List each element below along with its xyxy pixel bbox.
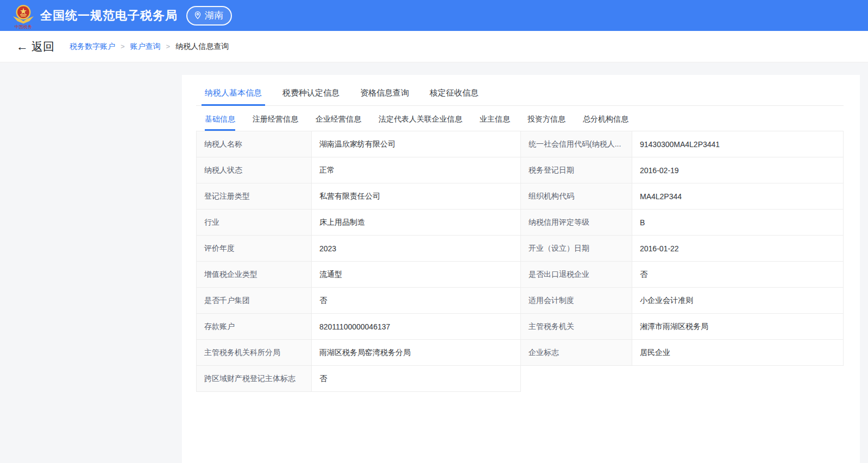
- table-row: 行业床上用品制造纳税信用评定等级B: [196, 210, 844, 236]
- row-value: 床上用品制造: [312, 210, 521, 235]
- table-row: 增值税企业类型流通型是否出口退税企业否: [196, 262, 844, 288]
- row-label: 行业: [197, 210, 312, 235]
- row-label: 纳税人名称: [197, 131, 312, 157]
- row-label: 登记注册类型: [197, 183, 312, 209]
- row-label: 评价年度: [197, 236, 312, 261]
- table-row: 纳税人名称湖南温欣家纺有限公司统一社会信用代码(纳税人...91430300MA…: [196, 131, 844, 157]
- location-pin-icon: [193, 11, 202, 20]
- primary-tab-2[interactable]: 资格信息查询: [360, 88, 409, 105]
- table-row: 存款账户82011100000046137主管税务机关湘潭市雨湖区税务局: [196, 314, 844, 340]
- row-value: 2016-01-22: [632, 236, 843, 261]
- region-label: 湖南: [205, 9, 223, 22]
- row-label: 适用会计制度: [521, 288, 632, 313]
- secondary-tab-6[interactable]: 总分机构信息: [583, 115, 628, 131]
- primary-tab-3[interactable]: 核定征收信息: [430, 88, 479, 105]
- row-label: 主管税务机关科所分局: [197, 340, 312, 365]
- row-value: 流通型: [312, 262, 521, 287]
- primary-tabs: 纳税人基本信息税费种认定信息资格信息查询核定征收信息: [196, 75, 844, 106]
- table-row: 评价年度2023开业（设立）日期2016-01-22: [196, 236, 844, 262]
- secondary-tab-4[interactable]: 业主信息: [480, 115, 510, 131]
- breadcrumb-current: 纳税人信息查询: [175, 42, 229, 52]
- table-row: 主管税务机关科所分局雨湖区税务局窑湾税务分局企业标志居民企业: [196, 340, 844, 366]
- svg-text:中国税务: 中国税务: [15, 24, 32, 29]
- row-label: 增值税企业类型: [197, 262, 312, 287]
- row-value: 湘潭市雨湖区税务局: [632, 314, 843, 339]
- row-value: B: [632, 210, 843, 235]
- row-value: 否: [312, 288, 521, 313]
- secondary-tab-5[interactable]: 投资方信息: [527, 115, 565, 131]
- secondary-tabs: 基础信息注册经营信息企业经营信息法定代表人关联企业信息业主信息投资方信息总分机构…: [196, 106, 844, 131]
- breadcrumb-separator: >: [121, 42, 125, 50]
- row-label: 跨区域财产税登记主体标志: [197, 366, 312, 391]
- row-label: 税务登记日期: [521, 157, 632, 183]
- primary-tab-0[interactable]: 纳税人基本信息: [205, 88, 262, 105]
- row-label: 主管税务机关: [521, 314, 632, 339]
- table-row: 登记注册类型私营有限责任公司组织机构代码MA4L2P344: [196, 183, 844, 210]
- secondary-tab-1[interactable]: 注册经营信息: [253, 115, 298, 131]
- row-label: 组织机构代码: [521, 183, 632, 209]
- region-selector[interactable]: 湖南: [186, 6, 232, 26]
- taxpayer-info-table: 纳税人名称湖南温欣家纺有限公司统一社会信用代码(纳税人...91430300MA…: [196, 131, 844, 392]
- breadcrumb: 税务数字账户>账户查询>纳税人信息查询: [70, 42, 229, 52]
- row-label: 统一社会信用代码(纳税人...: [521, 131, 632, 157]
- app-title: 全国统一规范电子税务局: [40, 8, 178, 24]
- secondary-tab-2[interactable]: 企业经营信息: [316, 115, 361, 131]
- row-label: 是否千户集团: [197, 288, 312, 313]
- row-value: 雨湖区税务局窑湾税务分局: [312, 340, 521, 365]
- row-value: 小企业会计准则: [632, 288, 843, 313]
- row-value: 2016-02-19: [632, 157, 843, 183]
- row-value: 91430300MA4L2P3441: [632, 131, 843, 157]
- row-value: MA4L2P344: [632, 183, 843, 209]
- row-value: 正常: [312, 157, 521, 183]
- row-label: 存款账户: [197, 314, 312, 339]
- row-label: 开业（设立）日期: [521, 236, 632, 261]
- secondary-tab-0[interactable]: 基础信息: [205, 115, 235, 131]
- breadcrumb-link[interactable]: 税务数字账户: [70, 42, 115, 52]
- row-value: 居民企业: [632, 340, 843, 365]
- back-arrow-icon: ←: [16, 41, 28, 53]
- app-header: 中国税务 全国统一规范电子税务局 湖南: [0, 0, 868, 31]
- secondary-tab-3[interactable]: 法定代表人关联企业信息: [379, 115, 462, 131]
- row-value: 82011100000046137: [312, 314, 521, 339]
- primary-tab-1[interactable]: 税费种认定信息: [282, 88, 339, 105]
- row-value: 私营有限责任公司: [312, 183, 521, 209]
- back-label: 返回: [32, 39, 54, 54]
- table-row: 跨区域财产税登记主体标志否: [196, 366, 521, 392]
- row-value: 湖南温欣家纺有限公司: [312, 131, 521, 157]
- row-label: 纳税信用评定等级: [521, 210, 632, 235]
- page-background: 纳税人基本信息税费种认定信息资格信息查询核定征收信息 基础信息注册经营信息企业经…: [0, 62, 868, 463]
- row-label: 纳税人状态: [197, 157, 312, 183]
- row-label: 是否出口退税企业: [521, 262, 632, 287]
- breadcrumb-separator: >: [166, 42, 171, 50]
- china-tax-emblem-icon: 中国税务: [12, 3, 35, 30]
- back-button[interactable]: ← 返回: [16, 39, 54, 54]
- row-value: 否: [632, 262, 843, 287]
- row-value: 否: [312, 366, 520, 391]
- breadcrumb-bar: ← 返回 税务数字账户>账户查询>纳税人信息查询: [0, 31, 868, 62]
- row-value: 2023: [312, 236, 521, 261]
- row-label: 企业标志: [521, 340, 632, 365]
- breadcrumb-link[interactable]: 账户查询: [130, 42, 161, 52]
- content-card: 纳税人基本信息税费种认定信息资格信息查询核定征收信息 基础信息注册经营信息企业经…: [182, 75, 860, 463]
- table-row: 是否千户集团否适用会计制度小企业会计准则: [196, 288, 844, 314]
- table-row: 纳税人状态正常税务登记日期2016-02-19: [196, 157, 844, 183]
